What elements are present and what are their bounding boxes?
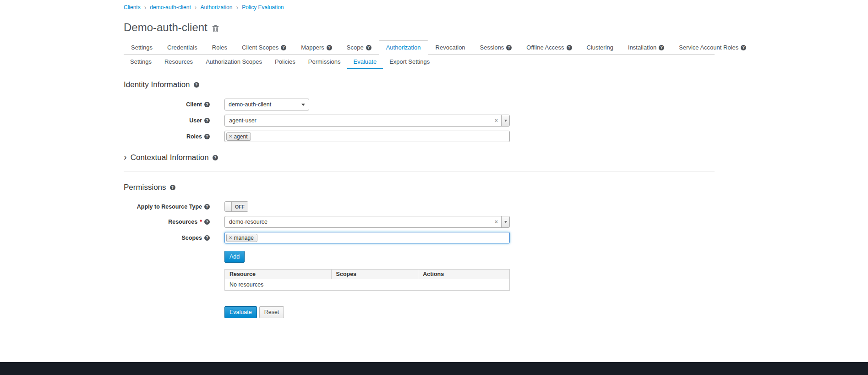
tag-manage: manage [226,234,257,242]
user-dropdown-button[interactable] [501,115,509,126]
apply-to-resource-type-row: Apply to Resource Type OFF [124,201,715,212]
apply-to-resource-type-toggle[interactable]: OFF [224,201,248,212]
tab-authorization[interactable]: Authorization [379,40,428,55]
resources-combobox[interactable]: demo-resource [224,216,510,228]
client-select[interactable]: demo-auth-client [224,99,309,110]
toggle-handle [225,202,232,211]
form-actions: Evaluate Reset [224,306,715,336]
user-label-text: User [189,117,202,124]
chevron-right-icon [124,153,127,162]
chevron-down-icon [504,120,507,122]
help-icon [204,204,210,210]
tab-label: Mappers [301,44,324,51]
help-icon [194,82,199,88]
tab-label: Clustering [587,44,614,51]
identity-information-heading: Identity Information [124,80,715,89]
user-row: User agent-user [124,115,715,127]
help-icon [213,155,218,160]
help-icon [506,45,512,50]
sub-tab-evaluate[interactable]: Evaluate [347,55,383,69]
tab-label: Offline Access [526,44,564,51]
tab-sessions[interactable]: Sessions [473,40,519,55]
tag-remove-icon[interactable] [229,134,232,139]
clear-resources-icon[interactable] [491,216,501,227]
tab-service-account-roles[interactable]: Service Account Roles [671,40,753,55]
roles-multiselect[interactable]: agent [224,131,510,142]
tab-installation[interactable]: Installation [621,40,671,55]
scopes-label: Scopes [124,235,210,241]
tab-settings[interactable]: Settings [124,40,160,55]
tab-client-scopes[interactable]: Client Scopes [235,40,294,55]
page-title-row: Demo-auth-client [124,21,715,34]
clear-user-icon[interactable] [491,115,501,126]
resources-dropdown-button[interactable] [501,216,509,227]
sub-tab-authorization-scopes[interactable]: Authorization Scopes [199,55,268,69]
tag-label: agent [234,133,247,140]
help-icon [327,45,332,50]
user-combobox[interactable]: agent-user [224,115,510,127]
tab-label: Roles [212,44,227,51]
evaluate-button[interactable]: Evaluate [224,306,257,318]
tab-roles[interactable]: Roles [205,40,235,55]
resources-row: Resources demo-resource [124,216,715,228]
client-label-text: Client [186,101,202,108]
help-icon [204,118,210,123]
identity-information-heading-text: Identity Information [124,80,190,89]
bottom-bar [0,362,868,375]
main-content: Clientsdemo-auth-clientAuthorizationPoli… [0,0,715,336]
roles-row: Roles agent [124,131,715,142]
delete-client-button[interactable] [212,25,219,33]
tab-mappers[interactable]: Mappers [294,40,339,55]
column-header-actions: Actions [418,270,510,279]
section-divider [124,171,715,172]
sub-tabs: SettingsResourcesAuthorization ScopesPol… [124,55,715,69]
sub-tab-export-settings[interactable]: Export Settings [383,55,436,69]
help-icon [204,219,210,225]
scopes-label-text: Scopes [182,235,202,241]
tab-label: Export Settings [389,58,430,65]
toggle-state-label: OFF [232,202,248,211]
tab-offline-access[interactable]: Offline Access [519,40,579,55]
sub-tab-permissions[interactable]: Permissions [302,55,347,69]
breadcrumb-link-demo-auth-client[interactable]: demo-auth-client [150,4,191,11]
help-icon [567,45,572,50]
tag-remove-icon[interactable] [229,235,232,240]
help-icon [204,134,210,139]
tab-scope[interactable]: Scope [339,40,379,55]
empty-table-message: No resources [225,279,510,291]
breadcrumb-link-policy-evaluation[interactable]: Policy Evaluation [242,4,284,11]
tab-label: Credentials [167,44,197,51]
tab-label: Settings [130,58,152,65]
required-indicator [200,219,202,225]
apply-to-resource-type-label-text: Apply to Resource Type [137,204,202,210]
scopes-multiselect[interactable]: manage [224,232,510,243]
add-button[interactable]: Add [224,251,245,263]
trash-icon [212,25,219,33]
table-row: No resources [225,279,510,291]
sub-tab-settings[interactable]: Settings [124,55,158,69]
tab-label: Policies [275,58,295,65]
client-row: Client demo-auth-client [124,99,715,110]
column-header-scopes: Scopes [331,270,418,279]
tab-credentials[interactable]: Credentials [160,40,205,55]
breadcrumb-separator-icon [236,4,238,11]
sub-tab-resources[interactable]: Resources [158,55,199,69]
contextual-information-heading[interactable]: Contextual Information [124,153,715,162]
tab-label: Settings [131,44,153,51]
contextual-information-heading-text: Contextual Information [131,153,209,162]
breadcrumb: Clientsdemo-auth-clientAuthorizationPoli… [124,4,715,11]
tab-label: Sessions [480,44,504,51]
breadcrumb-link-authorization[interactable]: Authorization [200,4,232,11]
tab-clustering[interactable]: Clustering [579,40,621,55]
permissions-heading-text: Permissions [124,183,166,192]
tab-label: Authorization [386,44,421,51]
tab-revocation[interactable]: Revocation [428,40,473,55]
column-header-resource: Resource [225,270,332,279]
breadcrumb-separator-icon [195,4,197,11]
sub-tab-policies[interactable]: Policies [268,55,302,69]
breadcrumb-link-clients[interactable]: Clients [124,4,141,11]
tag-label: manage [234,235,253,241]
reset-button[interactable]: Reset [259,306,284,318]
help-icon [366,45,371,50]
help-icon [204,235,210,241]
